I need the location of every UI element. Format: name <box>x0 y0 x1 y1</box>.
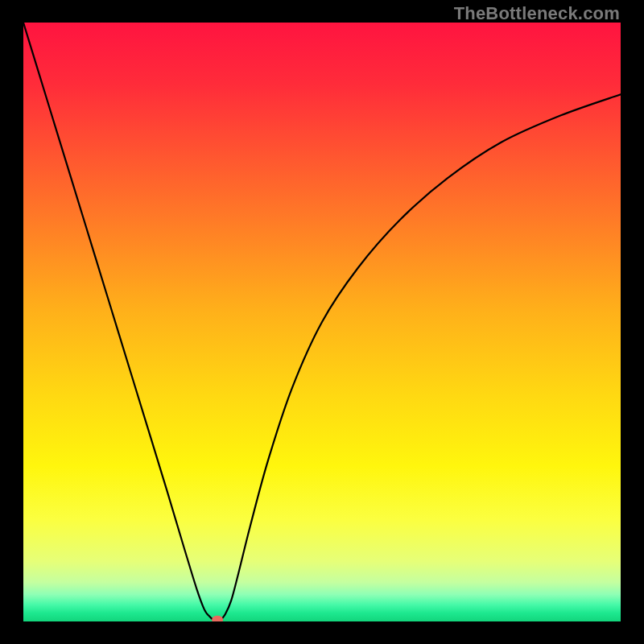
chart-frame: TheBottleneck.com <box>0 0 644 644</box>
watermark-text: TheBottleneck.com <box>454 3 620 24</box>
chart-canvas <box>23 23 621 621</box>
